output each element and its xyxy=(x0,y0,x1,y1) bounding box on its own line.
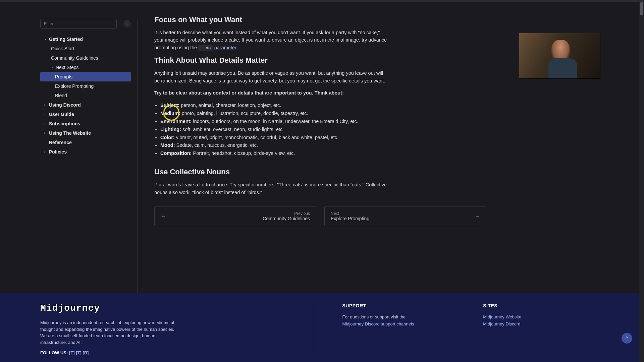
bullet-text: photo, painting, illustration, sculpture… xyxy=(180,111,308,116)
list-item: Mood: Sedate, calm, raucous, energetic, … xyxy=(160,141,486,149)
webcam-overlay xyxy=(519,33,600,79)
emphasis-text: Try to be clear about any context or det… xyxy=(154,90,344,96)
list-item: Composition: Portrait, headshot, closeup… xyxy=(160,149,486,158)
section-heading-focus: Focus on What you Want xyxy=(154,15,486,24)
section-body-nouns: Plural words leave a lot to chance. Try … xyxy=(154,181,389,196)
sidebar-item-explore-prompting[interactable]: Explore Prompting xyxy=(40,81,131,91)
sidebar-item-label: Getting Started xyxy=(49,37,83,42)
footer-description: Midjourney is an independent research la… xyxy=(40,319,174,346)
scrollbar-track[interactable] xyxy=(639,2,644,362)
scroll-to-top-button[interactable]: ⌃ xyxy=(622,333,632,344)
chevron-right-icon xyxy=(44,141,48,144)
sidebar-item-label: Subscriptions xyxy=(49,121,80,126)
chevron-down-icon xyxy=(44,38,48,41)
code-no-param: --no xyxy=(198,45,213,51)
prev-title: Community Guidelines xyxy=(263,216,310,221)
sidebar-item-label: Prompts xyxy=(55,74,72,79)
social-twitter-link[interactable]: [T] xyxy=(76,350,82,355)
chevron-right-icon xyxy=(44,122,48,125)
list-item: Subject: person, animal, character, loca… xyxy=(160,102,486,110)
sidebar-item-label: Next Steps xyxy=(56,65,78,70)
bullet-label: Subject: xyxy=(160,103,179,108)
collapse-sidebar-button[interactable]: ‹ xyxy=(123,20,131,27)
site-link-discord[interactable]: Midjourney Discord xyxy=(483,321,604,328)
chevron-right-icon xyxy=(44,113,48,116)
social-facebook-link[interactable]: [F] xyxy=(69,350,75,355)
bullet-text: indoors, outdoors, on the moon, in Narni… xyxy=(192,119,358,124)
sidebar-item-subscriptions[interactable]: Subscriptions xyxy=(40,119,131,128)
sidebar-item-blend[interactable]: Blend xyxy=(40,91,131,100)
sidebar-item-label: Quick Start xyxy=(51,46,74,51)
chevron-up-icon: ⌃ xyxy=(625,336,629,341)
text: For questions or support visit the xyxy=(342,314,406,319)
bullet-label: Lighting: xyxy=(160,127,181,132)
text: . xyxy=(342,328,344,334)
section-heading-nouns: Use Collective Nouns xyxy=(154,168,486,176)
bullet-text: person, animal, character, location, obj… xyxy=(179,103,281,108)
section-body-details-2: Try to be clear about any context or det… xyxy=(154,89,389,97)
sidebar-item-label: Using Discord xyxy=(49,102,81,108)
arrow-right-icon: → xyxy=(475,213,480,219)
site-link-website[interactable]: Midjourney Website xyxy=(483,314,604,321)
bullet-text: Portrait, headshot, closeup, birds-eye v… xyxy=(192,150,295,156)
bullet-text: Sedate, calm, raucous, energetic, etc. xyxy=(175,142,258,148)
list-item: Environment: indoors, outdoors, on the m… xyxy=(160,118,486,126)
sidebar-item-label: Reference xyxy=(49,140,72,145)
details-bullet-list: Subject: person, animal, character, loca… xyxy=(160,102,486,158)
chevron-right-icon xyxy=(44,103,48,107)
page-navigation: ← Previous Community Guidelines Next Exp… xyxy=(154,206,486,226)
sidebar-nav: Getting StartedQuick StartCommunity Guid… xyxy=(40,35,131,157)
sidebar-item-label: Policies xyxy=(49,149,67,155)
bullet-label: Environment: xyxy=(160,119,192,124)
follow-us-line: FOLLOW US: [F] [T] [R] xyxy=(40,350,282,355)
bullet-label: Composition: xyxy=(160,150,192,156)
bullet-label: Medium: xyxy=(160,111,180,116)
section-heading-details: Think About What Details Matter xyxy=(154,56,486,65)
section-body-focus: It is better to describe what you want i… xyxy=(154,29,389,51)
bullet-label: Mood: xyxy=(160,142,175,148)
sidebar-item-label: User Guide xyxy=(49,112,74,117)
next-page-link[interactable]: Next Explore Prompting → xyxy=(324,206,486,226)
prev-page-link[interactable]: ← Previous Community Guidelines xyxy=(154,206,316,226)
sidebar-item-policies[interactable]: Policies xyxy=(40,147,131,157)
section-body-details-1: Anything left unsaid may surprise you. B… xyxy=(154,69,389,84)
sidebar-item-using-discord[interactable]: Using Discord xyxy=(40,100,131,110)
bullet-label: Color: xyxy=(160,135,175,140)
sidebar-item-community-guidelines[interactable]: Community Guidelines xyxy=(40,53,131,63)
chevron-right-icon xyxy=(44,150,48,154)
text: It is better to describe what you want i… xyxy=(154,30,387,50)
chevron-down-icon xyxy=(51,66,54,69)
sidebar-item-reference[interactable]: Reference xyxy=(40,138,131,147)
sidebar-item-prompts[interactable]: Prompts xyxy=(40,72,131,81)
arrow-left-icon: ← xyxy=(161,213,166,219)
list-item: Color: vibrant, muted, bright, monochrom… xyxy=(160,134,486,142)
text: . xyxy=(236,45,237,50)
scrollbar-thumb[interactable] xyxy=(640,2,643,15)
social-reddit-link[interactable]: [R] xyxy=(83,350,89,355)
bullet-text: vibrant, muted, bright, monochromatic, c… xyxy=(175,135,338,140)
chevron-left-icon: ‹ xyxy=(126,22,127,25)
sidebar-item-using-the-website[interactable]: Using The Website xyxy=(40,128,131,138)
sidebar-item-label: Explore Prompting xyxy=(55,83,94,89)
sidebar-item-quick-start[interactable]: Quick Start xyxy=(40,44,131,53)
support-heading: SUPPORT xyxy=(342,303,463,308)
sidebar-item-label: Using The Website xyxy=(49,130,91,136)
sites-heading: SITES xyxy=(483,303,604,308)
next-meta: Next xyxy=(331,211,369,216)
site-footer: Midjourney Midjourney is an independent … xyxy=(0,293,644,362)
list-item: Lighting: soft, ambient, overcast, neon,… xyxy=(160,126,486,134)
footer-logo: Midjourney xyxy=(40,303,282,313)
footer-divider xyxy=(312,303,312,355)
sidebar-item-next-steps[interactable]: Next Steps xyxy=(40,63,131,72)
parameter-link[interactable]: parameter xyxy=(214,45,236,50)
sidebar-item-user-guide[interactable]: User Guide xyxy=(40,110,131,119)
prev-meta: Previous xyxy=(294,211,310,216)
filter-input[interactable] xyxy=(40,19,117,28)
next-title: Explore Prompting xyxy=(331,216,369,221)
sidebar-item-getting-started[interactable]: Getting Started xyxy=(40,35,131,44)
sidebar-item-label: Blend xyxy=(55,93,67,98)
support-link[interactable]: Midjourney Discord support channels xyxy=(342,321,463,328)
chevron-right-icon xyxy=(44,131,48,135)
list-item: Medium: photo, painting, illustration, s… xyxy=(160,110,486,118)
bullet-text: soft, ambient, overcast, neon, studio li… xyxy=(181,127,282,132)
